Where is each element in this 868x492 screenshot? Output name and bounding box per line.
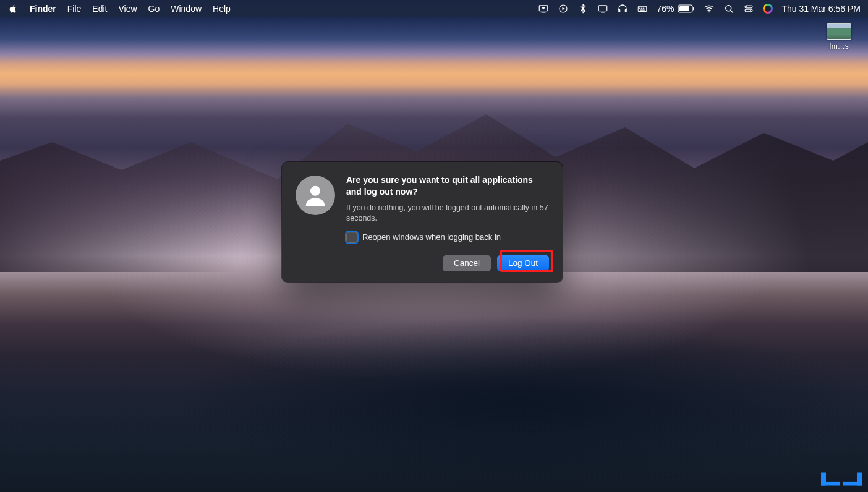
menubar-right: 76% Thu 31 Mar 6:56 PM (538, 3, 861, 14)
svg-point-16 (746, 6, 747, 7)
menubar-clock[interactable]: Thu 31 Mar 6:56 PM (781, 4, 861, 14)
user-avatar-icon (296, 176, 335, 215)
menubar: Finder File Edit View Go Window Help 76% (0, 0, 868, 17)
menu-view[interactable]: View (118, 4, 137, 14)
reopen-windows-checkbox-row[interactable]: Reopen windows when logging back in (346, 232, 549, 243)
bluetooth-icon[interactable] (577, 3, 589, 14)
svg-point-8 (644, 8, 644, 9)
spotlight-icon[interactable] (723, 3, 734, 14)
headphones-icon[interactable] (617, 3, 628, 14)
menu-help[interactable]: Help (213, 4, 231, 14)
svg-point-6 (640, 8, 640, 9)
svg-point-19 (310, 186, 320, 196)
menu-window[interactable]: Window (171, 4, 202, 14)
svg-point-7 (642, 8, 642, 9)
battery-percentage-label: 76% (657, 4, 674, 14)
svg-rect-5 (639, 6, 647, 11)
reopen-windows-label: Reopen windows when logging back in (362, 232, 501, 242)
reopen-windows-checkbox[interactable] (346, 232, 357, 243)
battery-status[interactable]: 76% (657, 4, 695, 14)
desktop-file-label: Im…s (829, 42, 848, 51)
menu-edit[interactable]: Edit (92, 4, 107, 14)
svg-rect-4 (625, 9, 627, 12)
watermark-logo (821, 466, 862, 485)
cancel-button[interactable]: Cancel (443, 255, 491, 271)
siri-icon[interactable] (763, 4, 773, 14)
svg-rect-17 (745, 9, 752, 12)
svg-rect-11 (679, 6, 689, 11)
keyboard-input-icon[interactable] (637, 3, 648, 14)
now-playing-icon[interactable] (558, 3, 569, 14)
menubar-left: Finder File Edit View Go Window Help (7, 3, 231, 14)
display-icon[interactable] (597, 3, 608, 14)
dialog-title: Are you sure you want to quit all applic… (346, 174, 549, 198)
wifi-icon[interactable] (704, 3, 715, 14)
image-file-icon (827, 23, 851, 40)
logout-button[interactable]: Log Out (497, 255, 549, 271)
airdrop-icon[interactable] (538, 3, 549, 14)
desktop-file-images[interactable]: Im…s (822, 23, 856, 51)
svg-rect-2 (599, 6, 608, 11)
apple-menu-icon[interactable] (7, 3, 19, 14)
logout-confirm-dialog: Are you sure you want to quit all applic… (282, 162, 563, 282)
svg-rect-12 (693, 7, 694, 11)
menubar-app-name[interactable]: Finder (30, 4, 56, 14)
control-center-icon[interactable] (743, 3, 754, 14)
menu-go[interactable]: Go (148, 4, 160, 14)
svg-rect-9 (640, 10, 645, 11)
menu-file[interactable]: File (67, 4, 82, 14)
svg-point-13 (708, 11, 710, 12)
svg-point-14 (726, 6, 731, 11)
svg-rect-3 (619, 9, 621, 12)
svg-rect-15 (745, 6, 752, 8)
dialog-message: If you do nothing, you will be logged ou… (346, 203, 549, 224)
svg-point-18 (750, 10, 751, 11)
